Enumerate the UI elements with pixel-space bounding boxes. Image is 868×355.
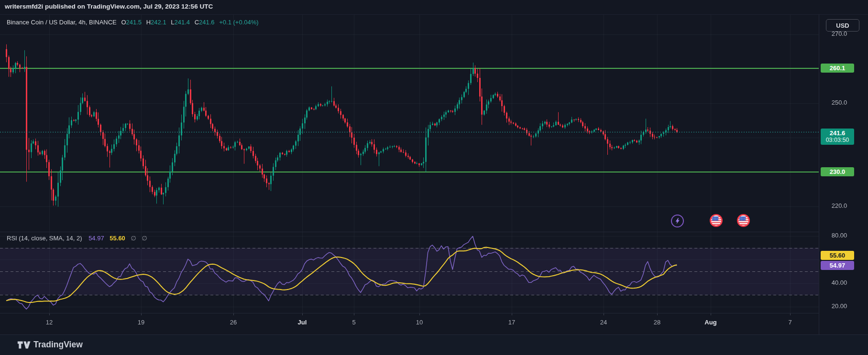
price-axis-label: 250.0 bbox=[823, 99, 856, 106]
time-axis-label: 28 bbox=[654, 319, 660, 326]
rsi-sma-label: 55.60 bbox=[821, 251, 854, 260]
level-price-label: 230.0 bbox=[821, 167, 854, 176]
rsi-axis-label: 80.00 bbox=[823, 232, 856, 239]
tradingview-logo-icon[interactable] bbox=[17, 340, 32, 350]
tradingview-wordmark[interactable]: TradingView bbox=[33, 340, 83, 350]
price-axis-label: 220.0 bbox=[823, 202, 856, 209]
time-axis-label: 17 bbox=[508, 319, 515, 326]
ohlc-close-value: 241.6 bbox=[199, 19, 215, 26]
ohlc-low-value: 241.4 bbox=[175, 19, 190, 26]
ohlc-high-label: H bbox=[146, 19, 151, 26]
ohlc-open-value: 241.5 bbox=[126, 19, 142, 26]
economic-event-us-flag-icon[interactable] bbox=[737, 214, 750, 227]
price-axis-label: 270.0 bbox=[823, 30, 856, 37]
lightning-bolt-icon bbox=[674, 217, 681, 225]
rsi-empty-band-2: ∅ bbox=[142, 235, 147, 242]
top-divider bbox=[0, 14, 868, 15]
chart-canvas[interactable] bbox=[0, 0, 868, 355]
rsi-axis-label: 20.00 bbox=[823, 302, 856, 310]
time-axis-label: 26 bbox=[230, 319, 237, 326]
time-axis-label: 5 bbox=[352, 319, 355, 326]
time-axis-label: 12 bbox=[46, 319, 53, 326]
rsi-sma-value: 55.60 bbox=[110, 235, 125, 242]
rsi-empty-band-1: ∅ bbox=[131, 235, 136, 242]
footer-bar: TradingView bbox=[0, 334, 868, 355]
economic-event-lightning-icon[interactable] bbox=[671, 215, 684, 227]
symbol-title[interactable]: Binance Coin / US Dollar, 4h, BINANCE bbox=[7, 19, 117, 26]
time-axis-label: Jul bbox=[298, 319, 307, 326]
last-price-label: 241.603:03:50 bbox=[821, 129, 854, 145]
pane-divider[interactable] bbox=[0, 232, 819, 232]
time-scale[interactable]: 121926Jul510172428Aug7 bbox=[0, 313, 819, 334]
rsi-value: 54.97 bbox=[88, 235, 104, 242]
economic-event-us-flag-icon[interactable] bbox=[710, 214, 723, 227]
us-flag-canton bbox=[712, 216, 718, 221]
rsi-title[interactable]: RSI (14, close, SMA, 14, 2) bbox=[7, 235, 82, 242]
time-axis-label: Aug bbox=[704, 319, 716, 326]
rsi-axis-label: 40.00 bbox=[823, 279, 856, 286]
us-flag-canton bbox=[739, 216, 746, 221]
ohlc-low-label: L bbox=[171, 19, 174, 26]
published-bar-text: writersmfd2i published on TradingView.co… bbox=[5, 3, 213, 10]
bar-countdown: 03:03:50 bbox=[821, 137, 854, 144]
price-scale[interactable]: 270.0250.0220.0260.1230.0241.603:03:5080… bbox=[819, 14, 868, 313]
app-root: writersmfd2i published on TradingView.co… bbox=[0, 0, 868, 355]
ohlc-high-value: 242.1 bbox=[151, 19, 166, 26]
ohlc-close-label: C bbox=[195, 19, 199, 26]
time-axis-label: 7 bbox=[788, 319, 791, 326]
change-value: +0.1 (+0.04%) bbox=[219, 19, 258, 26]
time-axis-label: 24 bbox=[600, 319, 607, 326]
ohlc-open-label: O bbox=[121, 19, 126, 26]
symbol-legend: Binance Coin / US Dollar, 4h, BINANCE O2… bbox=[7, 19, 259, 26]
time-axis-label: 10 bbox=[416, 319, 423, 326]
time-axis-label: 19 bbox=[138, 319, 144, 326]
level-price-label: 260.1 bbox=[821, 64, 854, 73]
rsi-legend: RSI (14, close, SMA, 14, 2) 54.97 55.60 … bbox=[7, 235, 147, 242]
rsi-value-label: 54.97 bbox=[821, 261, 854, 270]
